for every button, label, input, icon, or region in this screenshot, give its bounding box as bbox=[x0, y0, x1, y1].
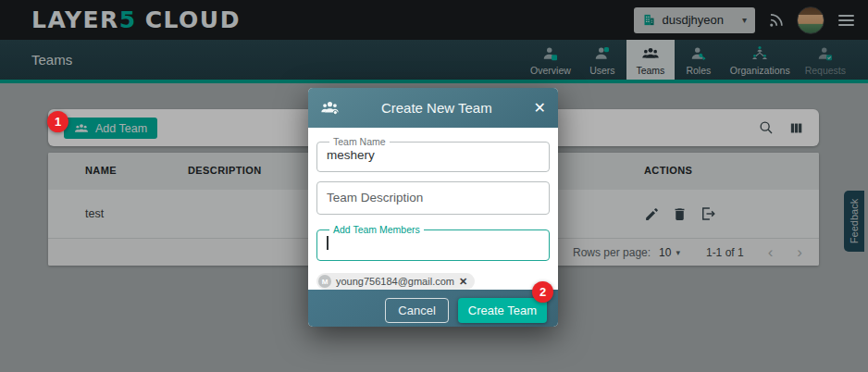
close-icon[interactable]: ✕ bbox=[534, 101, 546, 116]
add-team-members-field[interactable]: Add Team Members bbox=[316, 224, 550, 261]
remove-member-icon[interactable]: ✕ bbox=[459, 276, 467, 288]
team-description-field[interactable]: Team Description bbox=[316, 181, 550, 215]
group-settings-icon bbox=[320, 98, 340, 118]
app-root: LAYER5CLOUD dusdjhyeon ▾ Teams bbox=[0, 0, 868, 372]
team-name-value: meshery bbox=[327, 147, 539, 166]
team-name-label: Team Name bbox=[329, 136, 390, 147]
step-badge-2: 2 bbox=[532, 281, 553, 303]
modal-body: Team Name meshery Team Description Add T… bbox=[308, 128, 558, 290]
member-email: young756184@gmail.com bbox=[336, 276, 454, 287]
text-cursor bbox=[327, 236, 329, 250]
create-team-modal: Create New Team ✕ Team Name meshery Team… bbox=[308, 88, 558, 327]
modal-header: Create New Team ✕ bbox=[308, 88, 558, 128]
modal-title: Create New Team bbox=[340, 100, 534, 116]
add-team-members-label: Add Team Members bbox=[329, 224, 424, 235]
team-description-placeholder: Team Description bbox=[327, 191, 539, 205]
cancel-button[interactable]: Cancel bbox=[385, 298, 448, 323]
team-name-field[interactable]: Team Name meshery bbox=[316, 136, 550, 172]
member-chip[interactable]: M young756184@gmail.com ✕ bbox=[316, 273, 475, 290]
step-badge-1: 1 bbox=[47, 111, 68, 132]
member-avatar: M bbox=[318, 275, 331, 288]
modal-footer: Cancel Create Team bbox=[308, 290, 558, 327]
create-team-button[interactable]: Create Team bbox=[458, 298, 547, 323]
